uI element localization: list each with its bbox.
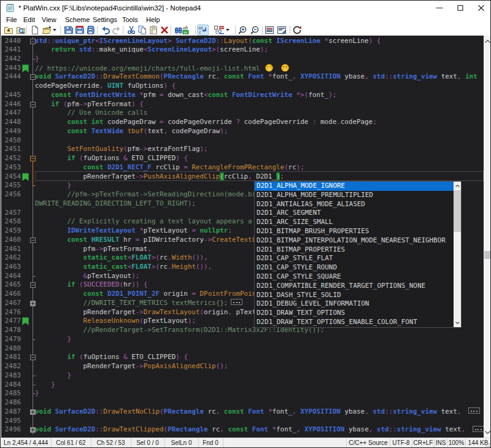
save-copy-icon[interactable] [86, 25, 96, 35]
line-number: 2447 [1, 109, 21, 118]
menu-file[interactable]: File [6, 14, 17, 25]
autocomplete-item[interactable]: D2D1_CAP_STYLE_ROUND [255, 263, 454, 272]
copy-icon[interactable] [137, 25, 147, 35]
view-schemes-icon[interactable] [265, 25, 274, 35]
code-text: const FontDirectWrite *pfm = down_cast<c… [35, 91, 336, 100]
autocomplete-item[interactable]: D2D1_BITMAP_INTERPOLATION_MODE_NEAREST_N… [255, 236, 454, 245]
code-token: ); [131, 272, 139, 280]
folded-text-ellipsis[interactable] [468, 407, 480, 414]
code-token: const [83, 290, 104, 298]
code-token: SurfaceD2D [55, 425, 95, 433]
line-number: 2476 [1, 308, 21, 317]
scheme-dropdown-arrow-icon[interactable] [226, 29, 230, 31]
code-line-2447: 2447 // Use Unicode calls [1, 109, 484, 118]
code-token: void [35, 72, 51, 80]
popup-scrollbar[interactable] [454, 182, 461, 327]
status-cell[interactable]: 144 KB [466, 438, 490, 448]
autocomplete-item[interactable]: D2D1_CAP_STYLE_FLAT [255, 254, 454, 263]
autocomplete-item[interactable]: D2D1_ARC_SEGMENT [255, 209, 454, 218]
code-token [35, 236, 67, 244]
status-cell[interactable]: 100% [447, 438, 466, 448]
menu-tools[interactable]: Tools [122, 14, 138, 25]
code-token: ScreenLineLayout [147, 45, 212, 53]
folded-text-ellipsis[interactable] [231, 299, 242, 305]
zoom-in-icon[interactable] [238, 25, 247, 35]
scheme-select-icon[interactable] [214, 25, 223, 35]
title-bar[interactable]: * PlatWin.cxx [F:\Libs\notepad4\scintill… [1, 1, 491, 14]
autocomplete-item[interactable]: D2D1_COMPATIBLE_RENDER_TARGET_OPTIONS_NO… [255, 282, 454, 291]
code-text: pfm->pTextFormat, [35, 245, 152, 254]
code-token [35, 217, 67, 225]
window-title: * PlatWin.cxx [F:\Libs\notepad4\scintill… [18, 4, 201, 12]
menu-help[interactable]: Help [146, 14, 160, 25]
word-wrap-toggle[interactable]: abc [197, 25, 209, 36]
autocomplete-item[interactable]: D2D1_DASH_STYLE_SOLID [255, 291, 454, 300]
code-token: //DWRITE_TEXT_METRICS textMetrics{}; [83, 299, 228, 307]
minimize-button[interactable] [429, 1, 450, 14]
paste-icon[interactable] [149, 25, 158, 35]
code-token: static_cast [83, 263, 128, 271]
popup-scrollbar-thumb[interactable] [454, 190, 461, 232]
autocomplete-item[interactable]: D2D1_ANTIALIAS_MODE_ALIASED [255, 200, 454, 209]
new-from-template-icon[interactable] [4, 25, 14, 35]
autocomplete-item[interactable]: D2D1_ALPHA_MODE_IGNORE [255, 182, 454, 191]
line-number: 2467 [1, 299, 21, 308]
menu-view[interactable]: View [42, 14, 56, 25]
delete-icon[interactable] [160, 25, 169, 35]
open-dropdown-arrow-icon[interactable] [53, 29, 56, 31]
menu-scheme[interactable]: Scheme [65, 14, 90, 25]
line-number: 2465 [1, 280, 21, 290]
editor-scroll-down-icon[interactable] [484, 428, 491, 436]
code-token: ()), [191, 253, 207, 261]
code-token: static_cast [83, 253, 128, 261]
menu-settings[interactable]: Settings [93, 14, 117, 25]
autocomplete-item[interactable]: D2D1_BITMAP_BRUSH_PROPERTIES [255, 227, 454, 236]
replace-icon[interactable]: abac [182, 25, 192, 35]
code-token: text [437, 407, 457, 415]
zoom-out-icon[interactable] [250, 25, 260, 35]
browse-folder-icon[interactable] [16, 25, 26, 35]
code-text: std::unique_ptr<IScreenLineLayout> Surfa… [35, 37, 381, 46]
autocomplete-item[interactable]: D2D1_ARC_SIZE_SMALL [255, 218, 454, 227]
autocomplete-item[interactable]: D2D1_DEBUG_LEVEL_INFORMATION [255, 299, 454, 309]
autocomplete-item[interactable]: D2D1_CAP_STYLE_SQUARE [255, 272, 454, 282]
undo-icon[interactable] [101, 25, 110, 35]
maximize-button[interactable] [450, 1, 471, 14]
code-token: fuOptions [123, 82, 163, 90]
open-file-icon[interactable] [42, 25, 52, 35]
status-cell[interactable]: CR+LF [412, 438, 435, 448]
popup-scroll-up-icon[interactable] [454, 182, 461, 190]
code-token: D2D1_RECT_F [107, 163, 152, 171]
status-cell[interactable]: C/C++ Source [347, 438, 390, 448]
editor-scroll-up-icon[interactable] [484, 37, 491, 45]
emoji-grinning-face [264, 64, 276, 72]
editor-scrollbar-thumb[interactable] [484, 251, 490, 259]
reload-icon[interactable] [292, 25, 302, 35]
code-token: Font [248, 407, 264, 415]
close-button[interactable] [471, 1, 491, 14]
line-number: 2464 [1, 272, 21, 281]
menu-edit[interactable]: Edit [23, 14, 35, 25]
save-icon[interactable] [64, 25, 74, 35]
popup-scroll-down-icon[interactable] [454, 319, 461, 327]
autocomplete-item[interactable]: D2D1_BITMAP_PROPERTIES [255, 245, 454, 255]
code-token: rcClip [224, 172, 248, 180]
code-token: down_cast [164, 91, 204, 99]
code-token: const [51, 91, 71, 99]
folded-text-ellipsis[interactable] [473, 426, 484, 432]
customize-schemes-icon[interactable] [277, 25, 287, 35]
code-token: XYPOSITION [300, 72, 340, 80]
save-as-icon[interactable] [75, 25, 85, 35]
new-file-icon[interactable] [30, 25, 40, 35]
code-line-wrap: codePageOverride, UINT fuOptions) { [1, 82, 484, 91]
code-token: Layout [224, 37, 248, 45]
editor-vertical-scrollbar[interactable] [484, 36, 491, 438]
autocomplete-item[interactable]: D2D1_DRAW_TEXT_OPTIONS_ENABLE_COLOR_FONT [255, 318, 454, 327]
status-cell[interactable]: UTF-8 [390, 438, 412, 448]
status-cell[interactable]: INS [435, 438, 447, 448]
redo-icon[interactable] [112, 25, 122, 35]
cut-icon[interactable] [126, 25, 136, 35]
autocomplete-item[interactable]: D2D1_ALPHA_MODE_PREMULTIPLIED [255, 191, 454, 200]
autocomplete-item[interactable]: D2D1_DRAW_TEXT_OPTIONS [255, 309, 454, 318]
code-token: rc [204, 407, 216, 415]
